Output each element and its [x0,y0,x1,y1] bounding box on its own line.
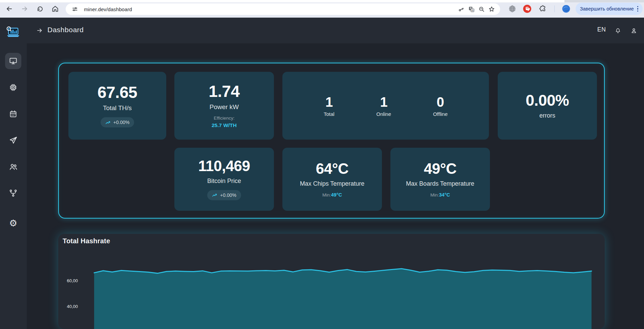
monitor-icon [9,57,18,65]
boards-temp-label: Max Boards Temperature [406,180,474,187]
zoom-out-icon[interactable] [476,4,487,14]
tab-strip-end [564,0,644,2]
chips-temp-label: Max Chips Temperature [300,180,365,187]
total-hashrate-label: Total TH/s [103,104,132,112]
hashrate-trend-badge: +0.00% [101,117,134,127]
chart-title: Total Hashrate [63,237,110,245]
errors-value: 0.00% [526,92,569,108]
miners-online: 1 Online [377,95,391,117]
efficiency-label: Efficiency: [214,116,234,121]
home-button[interactable] [49,3,61,15]
update-button[interactable]: Завершить обновление [576,3,643,15]
sidebar: ⚙ [0,18,27,329]
sidebar-item-integrations[interactable] [5,185,21,201]
sidebar-expand-button[interactable] [34,25,45,36]
app-logo [6,26,21,39]
card-miners: 1 Total 1 Online 0 Offline [282,72,489,140]
forward-icon [21,5,29,13]
card-power: 1.74 Power kW Efficiency: 25.7 W/TH [174,72,274,140]
globe-icon[interactable] [508,4,517,13]
toolbar-divider [554,5,555,12]
total-hashrate-value: 67.65 [98,84,137,101]
bookmark-star-icon[interactable] [487,4,497,14]
url-bar[interactable]: miner.dev/dashboard G [66,3,500,15]
chip-icon [9,83,18,92]
svg-text:G: G [471,8,473,12]
extensions-puzzle-icon[interactable] [538,4,547,13]
url-text: miner.dev/dashboard [84,6,132,12]
hashrate-area-chart [58,234,605,329]
calendar-icon [9,109,18,118]
browser-chrome: miner.dev/dashboard G [0,0,644,18]
users-icon [9,162,18,171]
send-icon [9,136,18,145]
arrow-right-icon [36,26,43,35]
adblock-stop-icon[interactable] [523,4,532,13]
card-total-hashrate: 67.65 Total TH/s +0.00% [68,72,166,140]
chips-temp-min: Min:49°C [322,192,342,198]
back-icon [5,5,13,13]
bell-icon [615,26,621,35]
errors-label: errors [539,112,555,119]
miners-total: 1 Total [324,95,335,117]
update-button-label: Завершить обновление [580,6,634,12]
passwords-key-icon[interactable] [456,4,466,14]
sidebar-item-dashboard[interactable] [5,53,21,69]
boards-temp-min: Min:34°C [430,192,450,198]
y-tick-label: 60,00 [60,278,78,283]
chips-temp-value: 64°C [316,161,348,177]
user-icon [630,26,637,35]
reload-icon [36,5,44,13]
home-icon [51,5,59,13]
stats-container: 67.65 Total TH/s +0.00% 1.74 Power kW Ef… [58,63,605,219]
reload-button[interactable] [34,3,46,15]
bitcoin-value: 110,469 [198,158,250,174]
back-button[interactable] [3,3,15,15]
card-bitcoin-price: 110,469 Bitcoin Price +0.00% [174,148,274,211]
gear-icon: ⚙ [9,219,17,228]
boards-temp-value: 49°C [424,161,456,177]
card-chips-temperature: 64°C Max Chips Temperature Min:49°C [282,148,382,211]
git-branch-icon [9,189,18,198]
site-info-icon[interactable] [70,4,80,14]
total-hashrate-panel: 60,0040,00 Total Hashrate [58,234,605,329]
screen: miner.dev/dashboard G [0,0,644,329]
sidebar-item-users[interactable] [5,159,21,175]
browser-menu-icon[interactable] [637,6,639,12]
tab-strip [0,0,644,2]
trending-up-icon [105,120,111,125]
miners-offline: 0 Offline [433,95,448,117]
app-header: Dashboard EN [27,18,644,43]
sidebar-item-schedule[interactable] [5,106,21,122]
sidebar-item-notifications[interactable] [5,132,21,148]
trending-up-icon [212,192,218,198]
bitcoin-label: Bitcoin Price [207,178,241,185]
translate-icon[interactable]: G [466,4,476,14]
power-value: 1.74 [209,83,239,100]
bitcoin-trend-badge: +0.00% [207,190,241,200]
sidebar-item-miners[interactable] [5,79,21,96]
language-switcher[interactable]: EN [595,26,608,34]
forward-button[interactable] [19,3,30,15]
card-boards-temperature: 49°C Max Boards Temperature Min:34°C [390,148,490,211]
notifications-button[interactable] [613,25,623,36]
efficiency-value: 25.7 W/TH [212,122,237,128]
profile-sync-icon[interactable] [562,4,571,13]
power-label: Power kW [210,103,239,111]
sidebar-item-settings[interactable]: ⚙ [5,215,21,231]
profile-button[interactable] [628,25,639,36]
page-title: Dashboard [47,26,84,34]
card-errors: 0.00% errors [498,72,597,140]
y-tick-label: 40,00 [60,304,78,309]
